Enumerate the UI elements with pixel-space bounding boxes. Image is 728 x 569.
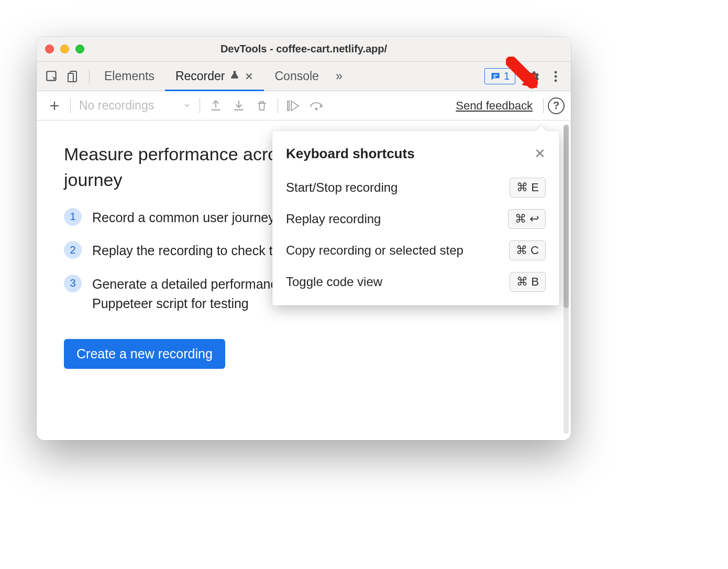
- tab-recorder[interactable]: Recorder ✕: [165, 62, 264, 91]
- svg-point-7: [555, 79, 557, 82]
- shortcut-label: Copy recording or selected step: [286, 243, 464, 258]
- tab-console[interactable]: Console: [264, 62, 329, 91]
- kebab-menu-icon[interactable]: [545, 65, 567, 87]
- tab-overflow[interactable]: »: [329, 62, 349, 91]
- shortcut-label: Replay recording: [286, 212, 381, 226]
- window-close-button[interactable]: [45, 45, 54, 53]
- step-number: 2: [64, 241, 82, 259]
- separator: [200, 99, 200, 113]
- tab-label: Console: [274, 69, 318, 83]
- send-feedback-link[interactable]: Send feedback: [456, 99, 533, 113]
- replay-icon[interactable]: [282, 94, 305, 117]
- svg-point-6: [555, 75, 557, 78]
- recorder-toolbar: No recordings Send feedback ?: [37, 91, 571, 121]
- step-number: 1: [64, 208, 82, 226]
- svg-rect-4: [493, 76, 496, 78]
- popover-title: Keyboard shortcuts: [286, 146, 415, 162]
- export-icon[interactable]: [204, 94, 227, 117]
- separator: [543, 99, 544, 113]
- tab-label: Elements: [104, 69, 155, 83]
- svg-rect-8: [288, 101, 289, 111]
- svg-rect-2: [68, 73, 73, 82]
- window-title: DevTools - coffee-cart.netlify.app/: [37, 43, 571, 55]
- overflow-label: »: [336, 69, 343, 83]
- traffic-lights: [45, 45, 84, 53]
- devtools-window: DevTools - coffee-cart.netlify.app/ Elem…: [37, 37, 571, 440]
- devtools-tabstrip: Elements Recorder ✕ Console » 1: [37, 62, 571, 91]
- settings-icon[interactable]: [523, 65, 545, 87]
- shortcut-keys: ⌘ E: [510, 178, 546, 198]
- close-tab-icon[interactable]: ✕: [245, 70, 253, 83]
- help-icon[interactable]: ?: [548, 97, 565, 114]
- tab-elements[interactable]: Elements: [94, 62, 165, 91]
- recording-selector-label: No recordings: [79, 99, 154, 113]
- shortcut-label: Toggle code view: [286, 275, 382, 289]
- issues-badge[interactable]: 1: [484, 68, 515, 84]
- recording-selector[interactable]: No recordings: [75, 99, 195, 113]
- chevron-down-icon: [183, 99, 191, 113]
- shortcut-keys: ⌘ ↩: [508, 209, 546, 229]
- issues-count: 1: [504, 70, 510, 82]
- shortcut-label: Start/Stop recording: [286, 180, 398, 195]
- device-toolbar-icon[interactable]: [63, 65, 85, 87]
- svg-rect-3: [493, 74, 498, 75]
- shortcut-row: Toggle code view ⌘ B: [286, 272, 546, 292]
- window-titlebar: DevTools - coffee-cart.netlify.app/: [37, 37, 571, 62]
- step-number: 3: [64, 275, 82, 292]
- step-over-icon[interactable]: [305, 94, 328, 117]
- shortcut-row: Copy recording or selected step ⌘ C: [286, 240, 546, 260]
- window-minimize-button[interactable]: [60, 45, 69, 53]
- shortcut-row: Start/Stop recording ⌘ E: [286, 178, 546, 198]
- shortcut-keys: ⌘ B: [510, 272, 546, 292]
- shortcut-keys: ⌘ C: [509, 240, 546, 260]
- separator: [89, 69, 90, 84]
- separator: [70, 99, 71, 113]
- shortcut-row: Replay recording ⌘ ↩: [286, 209, 546, 229]
- separator: [278, 99, 278, 113]
- close-icon[interactable]: ✕: [534, 146, 546, 162]
- shortcuts-popover: Keyboard shortcuts ✕ Start/Stop recordin…: [272, 131, 559, 305]
- delete-icon[interactable]: [250, 94, 273, 117]
- create-recording-button[interactable]: Create a new recording: [64, 339, 225, 369]
- svg-point-5: [555, 71, 557, 73]
- experiment-icon: [230, 69, 239, 83]
- window-zoom-button[interactable]: [75, 45, 84, 53]
- new-recording-icon[interactable]: [43, 95, 66, 117]
- svg-point-9: [315, 107, 318, 110]
- message-icon: [490, 71, 501, 82]
- inspect-element-icon[interactable]: [41, 65, 63, 87]
- import-icon[interactable]: [227, 94, 250, 117]
- tab-label: Recorder: [175, 69, 225, 83]
